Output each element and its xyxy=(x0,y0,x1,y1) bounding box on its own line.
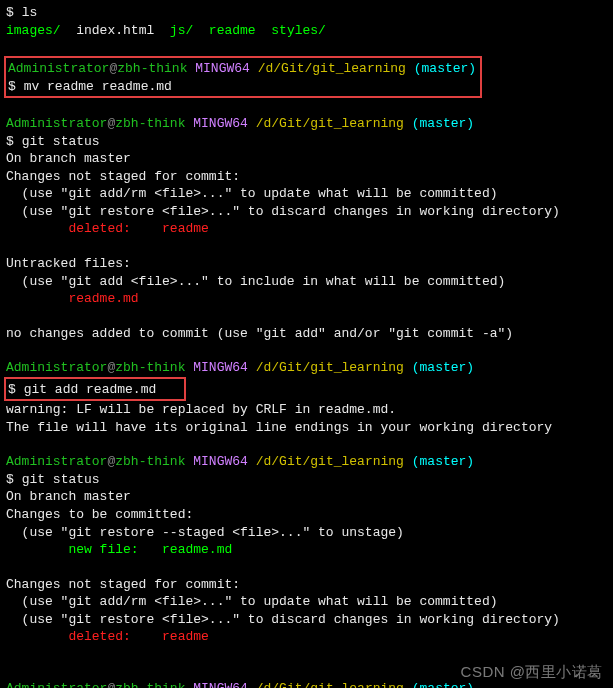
highlight-box-mv: Administrator@zbh-think MINGW64 /d/Git/g… xyxy=(4,56,482,98)
prompt-line: $ ls xyxy=(6,4,607,22)
prompt-full: Administrator@zbh-think MINGW64 /d/Git/g… xyxy=(6,359,607,377)
status-not-staged: Changes not staged for commit: xyxy=(6,168,607,186)
status-deleted: deleted: readme xyxy=(6,220,607,238)
status-untracked: Untracked files: xyxy=(6,255,607,273)
warning-text: The file will have its original line end… xyxy=(6,419,607,437)
status-file: readme.md xyxy=(6,290,607,308)
cmd-ls: ls xyxy=(22,5,38,20)
status-hint: (use "git add/rm <file>..." to update wh… xyxy=(6,185,607,203)
status-branch: On branch master xyxy=(6,150,607,168)
highlight-box-add: $ git add readme.md xyxy=(4,377,186,402)
status-deleted: deleted: readme xyxy=(6,628,607,646)
file-index: index.html xyxy=(76,23,154,38)
dir-js: js/ xyxy=(170,23,193,38)
watermark: CSDN @西里小诺葛 xyxy=(461,662,603,682)
dir-styles: styles/ xyxy=(271,23,326,38)
status-hint: (use "git add/rm <file>..." to update wh… xyxy=(6,593,607,611)
file-readme: readme xyxy=(209,23,256,38)
cmd-status: git status xyxy=(22,472,100,487)
status-hint: (use "git add <file>..." to include in w… xyxy=(6,273,607,291)
cmd-mv: mv readme readme.md xyxy=(24,79,172,94)
prompt-full: Administrator@zbh-think MINGW64 /d/Git/g… xyxy=(8,60,476,78)
dir-images: images/ xyxy=(6,23,61,38)
ls-output: images/ index.html js/ readme styles/ xyxy=(6,22,607,40)
prompt-dollar: $ xyxy=(6,5,14,20)
status-hint: (use "git restore <file>..." to discard … xyxy=(6,611,607,629)
status-to-commit: Changes to be committed: xyxy=(6,506,607,524)
status-no-changes: no changes added to commit (use "git add… xyxy=(6,325,607,343)
status-hint: (use "git restore <file>..." to discard … xyxy=(6,203,607,221)
terminal-window[interactable]: { "prompt": { "user": "Administrator", "… xyxy=(0,0,613,688)
status-new-file: new file: readme.md xyxy=(6,541,607,559)
status-not-staged: Changes not staged for commit: xyxy=(6,576,607,594)
warning-text: warning: LF will be replaced by CRLF in … xyxy=(6,401,607,419)
cmd-add: git add readme.md xyxy=(24,382,157,397)
status-branch: On branch master xyxy=(6,488,607,506)
cmd-status: git status xyxy=(22,134,100,149)
prompt-full: Administrator@zbh-think MINGW64 /d/Git/g… xyxy=(6,115,607,133)
prompt-full: Administrator@zbh-think MINGW64 /d/Git/g… xyxy=(6,453,607,471)
status-hint: (use "git restore --staged <file>..." to… xyxy=(6,524,607,542)
